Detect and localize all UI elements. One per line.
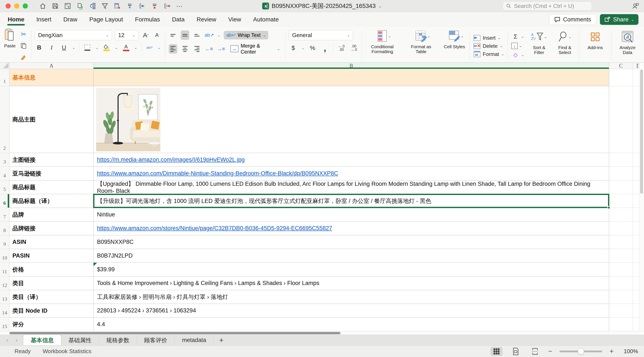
cell-A5[interactable]: 商品标题 xyxy=(10,180,94,194)
save-icon[interactable] xyxy=(52,2,59,10)
cell-C14[interactable] xyxy=(609,304,633,317)
cut-icon[interactable]: ✂ xyxy=(19,30,28,39)
add-sheet-button[interactable] xyxy=(214,335,229,345)
cell-C11[interactable] xyxy=(609,263,633,276)
sheet-tab-规格参数[interactable]: 规格参数 xyxy=(99,335,137,345)
delete-cells-button[interactable]: Delete⌄ xyxy=(473,43,504,49)
account-icon[interactable] xyxy=(632,2,639,11)
paste-button[interactable]: Paste xyxy=(4,28,16,62)
decrease-decimal-icon[interactable] xyxy=(350,43,358,53)
cell-B10[interactable]: B0B7JN2LPD xyxy=(94,249,609,263)
refresh-list-icon[interactable] xyxy=(89,2,96,10)
cell-A2[interactable]: 商品主图 xyxy=(10,86,94,153)
align-bottom-icon[interactable] xyxy=(193,31,201,40)
chevron-down-icon[interactable]: ⌄ xyxy=(158,46,160,50)
cell-B6[interactable]: 【升级款】可调光落地灯，含 1000 流明 LED 爱迪生灯泡，现代弧形客厅立式… xyxy=(94,194,609,208)
row-header-8[interactable]: 8 xyxy=(0,222,10,235)
minimize-window-button[interactable] xyxy=(14,4,19,9)
row-header-10[interactable]: 10 xyxy=(0,249,10,263)
hyperlink[interactable]: https://m.media-amazon.com/images/I/619p… xyxy=(97,156,245,163)
cell-A13[interactable]: 类目（译） xyxy=(10,290,94,304)
font-color-icon[interactable]: A xyxy=(122,43,130,52)
sheet-tab-基础属性[interactable]: 基础属性 xyxy=(61,335,99,345)
cell-C15[interactable] xyxy=(609,317,633,331)
increase-font-icon[interactable]: A^ xyxy=(142,31,150,40)
ribbon-tab-data[interactable]: Data xyxy=(172,13,185,26)
hyperlink[interactable]: https://www.amazon.com/stores/Nintiue/pa… xyxy=(97,225,332,232)
conditional-formatting-button[interactable]: ⌄ Conditional Formatting xyxy=(365,30,400,62)
vertical-scrollbar-thumb[interactable] xyxy=(640,70,643,194)
cell-B8[interactable]: https://www.amazon.com/stores/Nintiue/pa… xyxy=(94,222,609,235)
row-header-14[interactable]: 14 xyxy=(0,304,10,317)
clear-icon[interactable] xyxy=(511,50,520,60)
selection-fill-handle[interactable] xyxy=(608,206,610,209)
align-left-icon[interactable] xyxy=(169,44,177,54)
insert-cells-button[interactable]: Insert⌄ xyxy=(473,35,504,41)
cell-A9[interactable]: ASIN xyxy=(10,235,94,249)
cell-C8[interactable] xyxy=(609,222,633,235)
ribbon-tab-home[interactable]: Home xyxy=(7,13,25,26)
filter-icon[interactable] xyxy=(101,2,109,10)
zoom-window-button[interactable] xyxy=(23,4,28,9)
ribbon-tab-view[interactable]: View xyxy=(228,13,242,26)
cell-A11[interactable]: 价格 xyxy=(10,263,94,276)
sort-filter-button[interactable]: ⌄ Sort & Filter xyxy=(528,30,550,62)
hyperlink[interactable]: https://www.amazon.com/Dimmable-Nintiue-… xyxy=(97,170,338,177)
collapse-delete-icon[interactable] xyxy=(163,2,171,10)
ribbon-tab-draw[interactable]: Draw xyxy=(63,13,78,26)
ribbon-tab-automate[interactable]: Automate xyxy=(253,13,279,26)
cell-B7[interactable]: Nintiue xyxy=(94,208,609,222)
zoom-slider-thumb[interactable] xyxy=(578,348,584,355)
cell-C5[interactable] xyxy=(609,180,633,194)
cell-C7[interactable] xyxy=(609,208,633,222)
format-painter-icon[interactable] xyxy=(19,52,28,62)
decrease-font-icon[interactable]: Aˇ xyxy=(153,31,162,40)
comma-format-icon[interactable] xyxy=(321,43,329,53)
underline-icon[interactable] xyxy=(60,43,68,52)
currency-format-icon[interactable] xyxy=(289,43,298,53)
cell-B2[interactable] xyxy=(94,86,609,153)
zoom-in-button[interactable]: + xyxy=(610,347,614,355)
addins-button[interactable]: Add-ins xyxy=(582,28,608,62)
column-header-B[interactable]: B xyxy=(94,63,609,69)
share-button[interactable]: Share ⌄ xyxy=(600,14,638,25)
row-header-3[interactable]: 3 xyxy=(0,153,10,167)
comments-button[interactable]: Comments xyxy=(549,14,596,25)
cell-B5[interactable]: 【Upgraded】 Dimmable Floor Lamp, 1000 Lum… xyxy=(94,180,609,194)
cell-B13[interactable]: 工具和家居装修 › 照明与吊扇 › 灯具与灯罩 › 落地灯 xyxy=(94,290,609,304)
number-format-select[interactable]: General⌄ xyxy=(289,30,353,40)
cell-A7[interactable]: 品牌 xyxy=(10,208,94,222)
row-header-11[interactable]: 11 xyxy=(0,263,10,276)
format-cells-button[interactable]: Format⌄ xyxy=(473,51,504,58)
cell-C1[interactable] xyxy=(609,69,633,86)
ribbon-tab-page-layout[interactable]: Page Layout xyxy=(89,13,123,26)
cell-styles-button[interactable]: ⌄ Cell Styles xyxy=(443,30,466,62)
percent-format-icon[interactable] xyxy=(308,43,317,53)
align-middle-icon[interactable] xyxy=(181,31,189,40)
cell-B15[interactable]: 4.4 xyxy=(94,317,609,331)
row-header-2[interactable]: 2 xyxy=(0,86,10,153)
fill-color-icon[interactable] xyxy=(102,43,111,52)
normal-view-button[interactable] xyxy=(490,347,502,356)
row-header-1[interactable]: 1 xyxy=(0,69,10,86)
collapse-left-icon[interactable] xyxy=(138,2,146,10)
cell-A1[interactable]: 基本信息 xyxy=(10,69,94,86)
row-header-6[interactable]: 6 xyxy=(0,194,10,208)
row-header-7[interactable]: 7 xyxy=(0,208,10,222)
cell-C2[interactable] xyxy=(609,86,633,153)
horizontal-scrollbar-thumb[interactable] xyxy=(10,332,340,334)
cell-C6[interactable] xyxy=(609,194,633,208)
column-header-A[interactable]: A xyxy=(10,63,94,69)
chevron-down-icon[interactable]: ⌄ xyxy=(72,46,75,50)
sheet-tab-metadata[interactable]: metadata xyxy=(175,335,214,345)
chevron-down-icon[interactable]: ⌄ xyxy=(134,46,137,50)
ribbon-tab-review[interactable]: Review xyxy=(196,13,217,26)
row-header-5[interactable]: 5 xyxy=(0,180,10,194)
refresh-pages-icon[interactable] xyxy=(76,2,84,10)
chevron-down-icon[interactable]: ⌄ xyxy=(217,33,220,38)
chevron-down-icon[interactable]: ⌄ xyxy=(96,46,98,50)
row-header-13[interactable]: 13 xyxy=(0,290,10,304)
find-select-button[interactable]: ⌄ Find & Select xyxy=(554,30,576,62)
cell-A3[interactable]: 主图链接 xyxy=(10,153,94,167)
autosum-icon[interactable] xyxy=(511,32,520,41)
